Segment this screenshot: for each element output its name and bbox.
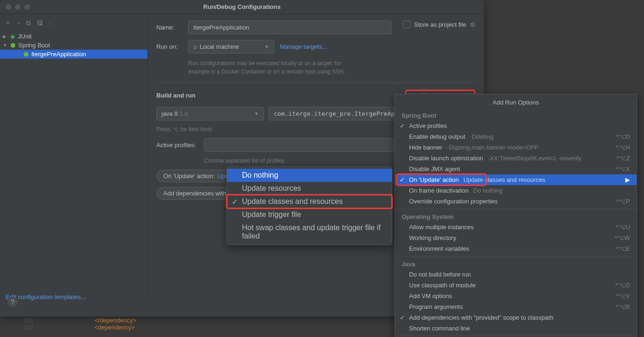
add-icon[interactable]: ＋ [5,19,11,27]
opt-prog-args[interactable]: Program arguments^⌥R [395,301,637,312]
check-icon: ✓ [232,197,238,206]
close-icon[interactable] [6,4,11,10]
maximize-icon[interactable] [24,4,30,10]
profiles-label: Active profiles: [156,142,198,149]
tree-app-item[interactable]: ⬢ ItergePreApplication [0,50,147,59]
save-icon[interactable]: 🖫 [37,19,43,27]
opt-add-deps[interactable]: ✓Add dependencies with "provided" scope … [395,312,637,323]
chevron-down-icon: ▼ [264,44,269,49]
tree-label: ItergePreApplication [31,51,86,58]
chevron-right-icon: ▶ [625,176,630,183]
store-option: Store as project file ⚙ [403,21,476,28]
opt-disable-launch[interactable]: Disable launch optimization-XX:TieredSto… [395,153,637,164]
config-tree: ▶ ◆ JUnit ▼ ⬢ Spring Boot ⬢ ItergePreApp… [0,30,147,60]
add-run-options-panel: Add Run Options Spring Boot ✓Active prof… [395,94,637,337]
cat-spring-boot: Spring Boot [395,110,637,120]
check-icon: ✓ [400,176,405,183]
remove-icon[interactable]: − [17,19,21,27]
manage-targets-link[interactable]: Manage targets... [280,43,327,50]
window-controls [0,4,30,10]
cat-java: Java [395,258,637,269]
name-input[interactable] [188,21,391,34]
opt-disable-jmx[interactable]: Disable JMX agent^⌥X [395,164,637,174]
spring-icon: ⬢ [23,51,29,58]
name-label: Name: [156,24,183,31]
opt-shorten[interactable]: Shorten command line [395,323,637,334]
opt-active-profiles[interactable]: ✓Active profiles [395,120,637,131]
submenu-update-trigger[interactable]: Update trigger file [227,208,392,221]
sidebar: ＋ − ⧉ 🖫 ↕ ▶ ◆ JUnit ▼ ⬢ Spring Boot [0,14,148,297]
opt-hide-banner[interactable]: Hide banner-Dspring.main.banner-mode=OFF… [395,142,637,153]
opt-add-vm[interactable]: Add VM options^⌥V [395,291,637,301]
opt-on-frame[interactable]: On frame deactivationDo nothing [395,185,637,196]
tree-spring-boot[interactable]: ▼ ⬢ Spring Boot [0,41,147,50]
spring-icon: ⬢ [10,42,15,49]
run-on-hint: Run configurations may be executed local… [188,59,347,76]
edit-templates-link[interactable]: Edit configuration templates... [6,293,86,300]
minimize-icon[interactable] [15,4,21,10]
run-on-select[interactable]: ⌂ Local machine ▼ [188,40,274,53]
cat-os: Operating System [395,211,637,222]
chevron-right-icon: ▶ [3,34,8,39]
opt-allow-multi[interactable]: Allow multiple instances^⌥U [395,222,637,232]
chevron-down-icon: ▼ [254,111,259,116]
store-checkbox[interactable] [403,21,410,28]
opt-use-classpath[interactable]: Use classpath of module^⌥O [395,280,637,291]
run-on-value: Local machine [200,43,239,50]
gear-icon[interactable]: ⚙ [470,21,476,28]
help-button[interactable]: ? [7,297,18,307]
copy-icon[interactable]: ⧉ [26,19,31,27]
dialog-title: Run/Debug Configurations [203,3,280,10]
opt-no-build[interactable]: Do not build before run [395,269,637,280]
submenu-update-classes[interactable]: ✓ Update classes and resources [227,195,392,208]
editor-background: 101</dependency> 102<dependency> [23,317,136,331]
store-label: Store as project file [414,21,466,28]
tree-label: Spring Boot [18,42,50,49]
opt-work-dir[interactable]: Working directory^⌥W [395,232,637,243]
titlebar: Run/Debug Configurations [0,0,484,14]
opt-override-props[interactable]: Override configuration properties^⌥P [395,196,637,207]
run-on-label: Run on: [156,43,183,50]
tree-junit[interactable]: ▶ ◆ JUnit [0,32,147,41]
options-title: Add Run Options [395,94,637,110]
submenu-do-nothing[interactable]: Do nothing [227,169,392,182]
opt-on-update[interactable]: ✓On 'Update' actionUpdate classes and re… [395,174,637,185]
check-icon: ✓ [400,314,405,321]
opt-env-vars[interactable]: Environment variables^⌥E [395,243,637,254]
sort-icon[interactable]: ↕ [49,19,52,27]
sidebar-toolbar: ＋ − ⧉ 🖫 ↕ [0,16,147,30]
add-deps-chip[interactable]: Add dependencies with [156,187,233,200]
build-run-title: Build and run [156,92,196,99]
junit-icon: ◆ [10,33,15,40]
update-action-submenu: Do nothing Update resources ✓ Update cla… [227,166,392,245]
chevron-down-icon: ▼ [3,43,8,48]
jdk-select[interactable]: java 8 1.8 ▼ [156,107,264,120]
submenu-hotswap[interactable]: Hot swap classes and update trigger file… [227,221,392,243]
submenu-update-resources[interactable]: Update resources [227,182,392,195]
home-icon: ⌂ [193,43,197,50]
tree-label: JUnit [18,33,32,40]
check-icon: ✓ [400,122,405,129]
opt-enable-debug[interactable]: Enable debug output-Ddebug^⌥D [395,131,637,142]
